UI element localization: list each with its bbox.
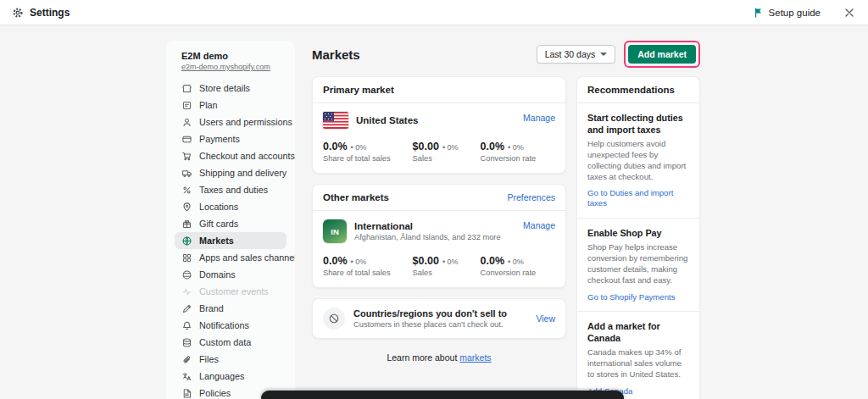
sidebar-item-label: Users and permissions [199,117,292,127]
sidebar-item-taxes-and-duties[interactable]: Taxes and duties [175,181,287,198]
store-name: E2M demo [181,51,280,61]
stat-delta: • 0% [508,143,524,152]
sidebar-item-label: Plan [199,100,218,110]
sidebar-item-brand[interactable]: Brand [175,300,287,317]
sidebar-item-label: Brand [199,303,224,313]
sidebar-item-notifications[interactable]: Notifications [175,317,287,334]
plan-icon [181,100,192,111]
recommendation-heading: Enable Shop Pay [587,227,689,239]
other-markets-card-title: Other markets [323,192,389,202]
setup-guide-button[interactable]: Setup guide [754,8,821,18]
view-link[interactable]: View [536,313,555,324]
sidebar-item-custom-data[interactable]: Custom data [175,334,287,351]
stat-sales: $0.00 • 0% Sales [413,141,459,163]
sidebar-item-payments[interactable]: Payments [175,130,287,147]
window-title: Settings [30,7,70,19]
preferences-link[interactable]: Preferences [507,192,555,202]
stat-value: 0.0% [323,255,348,267]
stat-label: Sales [413,154,459,163]
other-market-manage-link[interactable]: Manage [523,220,555,230]
add-market-button[interactable]: Add market [628,45,696,64]
sidebar-item-label: Locations [199,202,238,212]
apps-icon [181,252,192,263]
date-range-label: Last 30 days [545,49,596,59]
sidebar-item-label: Languages [199,371,244,381]
stat-label: Share of total sales [323,269,391,277]
stat-share-of-total-sales: 0.0% • 0% Share of total sales [323,255,391,277]
sidebar-item-label: Payments [199,134,240,144]
sidebar-item-shipping-and-delivery[interactable]: Shipping and delivery [175,164,287,181]
shipping-icon [181,168,192,179]
sidebar-item-label: Domains [199,269,236,280]
sidebar-item-customer-events[interactable]: Customer events [175,283,287,300]
brand-icon [181,303,192,314]
stat-value: $0.00 [413,141,439,152]
main-content: Markets Last 30 days Add market Primary … [312,41,700,399]
learn-more-markets-link[interactable]: markets [459,352,491,363]
learn-more-prefix: Learn more about [387,352,457,363]
stat-value: 0.0% [323,141,348,152]
chevron-down-icon [600,53,607,56]
sidebar-item-markets[interactable]: Markets [175,232,287,249]
other-market-subtitle: Afghanistan, Åland Islands, and 232 more [354,233,501,241]
sidebar-item-label: Shipping and delivery [199,168,287,178]
stat-label: Conversion rate [481,269,537,277]
sidebar-item-label: Checkout and accounts [199,151,295,161]
stat-delta: • 0% [442,143,459,152]
recommendations-column: Recommendations Start collecting duties … [576,76,700,399]
gear-icon [12,7,24,19]
sidebar-item-label: Gift cards [199,219,238,229]
setup-guide-label: Setup guide [769,8,821,18]
us-flag-icon [323,112,348,129]
store-icon [181,83,192,94]
stat-delta: • 0% [442,258,459,266]
circle-slash-icon [323,308,345,330]
primary-market-manage-link[interactable]: Manage [523,113,555,123]
sidebar-item-label: Policies [199,388,231,398]
languages-icon [181,371,192,382]
notifications-icon [181,320,192,331]
topbar: Settings Setup guide [0,0,868,25]
locations-icon [181,202,192,213]
sidebar-item-label: Store details [199,83,250,93]
shopify-payments-link[interactable]: Go to Shopify Payments [587,292,675,302]
recommendation-item: Add a market for Canada Canada makes up … [577,312,699,399]
duties-import-taxes-link[interactable]: Go to Duties and import taxes [587,188,689,209]
bottom-overlay [261,391,624,399]
sidebar-item-apps-and-sales-channels[interactable]: Apps and sales channels [175,249,287,266]
sidebar-item-gift-cards[interactable]: Gift cards [175,215,287,232]
sidebar-item-files[interactable]: Files [175,351,287,368]
main-header: Markets Last 30 days Add market [312,41,700,68]
sidebar-item-label: Taxes and duties [199,185,268,195]
domains-icon [181,269,192,280]
sidebar-item-store-details[interactable]: Store details [175,80,287,97]
annotation-highlight-box: Add market [624,41,700,68]
recommendation-item: Start collecting duties and import taxes… [577,103,699,219]
sidebar-item-checkout-and-accounts[interactable]: Checkout and accounts [175,147,287,164]
settings-sidebar: E2M demo e2m-demo.myshopify.com Store de… [166,41,295,399]
markets-icon [181,236,192,247]
custom-data-icon [181,337,192,348]
sidebar-item-users-and-permissions[interactable]: Users and permissions [175,114,287,130]
stat-value: 0.0% [481,255,505,267]
recommendations-card: Recommendations Start collecting duties … [576,76,700,399]
learn-more-text: Learn more about markets [312,352,566,363]
sidebar-item-domains[interactable]: Domains [175,266,287,283]
recommendation-heading: Start collecting duties and import taxes [587,112,689,136]
sidebar-item-plan[interactable]: Plan [175,97,287,114]
other-market-name: International [354,221,501,231]
close-icon[interactable] [843,6,856,19]
store-url-link[interactable]: e2m-demo.myshopify.com [181,63,270,71]
recommendation-heading: Add a market for Canada [587,320,689,344]
stat-value: $0.00 [413,255,439,267]
sidebar-item-locations[interactable]: Locations [175,198,287,215]
page-title: Markets [312,47,360,62]
files-icon [181,354,192,365]
date-range-dropdown[interactable]: Last 30 days [537,45,616,64]
customer-events-icon [181,286,192,297]
stat-share-of-total-sales: 0.0% • 0% Share of total sales [323,141,391,163]
sidebar-item-languages[interactable]: Languages [175,368,287,385]
recommendations-title: Recommendations [587,85,675,95]
stat-label: Share of total sales [323,154,391,163]
users-icon [181,117,192,128]
